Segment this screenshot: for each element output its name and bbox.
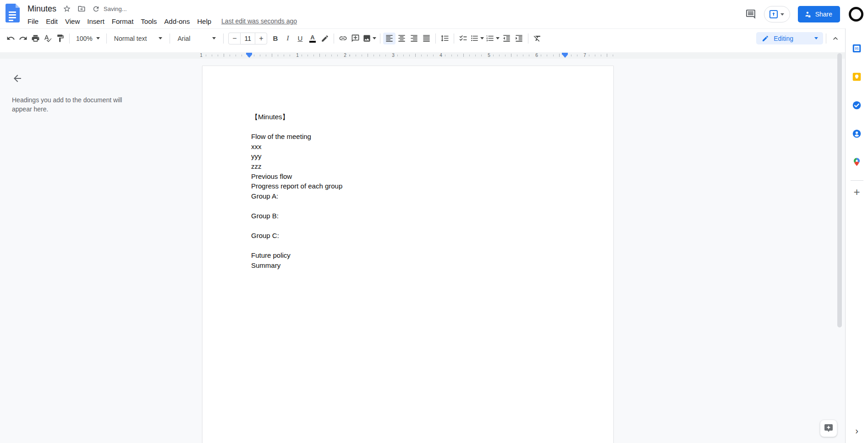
doc-line: Flow of the meeting — [251, 132, 572, 142]
text-color-swatch — [309, 41, 316, 43]
image-caret — [373, 37, 376, 39]
zoom-value: 100% — [76, 35, 93, 42]
doc-line — [251, 241, 572, 251]
close-outline-button[interactable] — [9, 72, 21, 84]
get-addons-button[interactable]: + — [851, 186, 863, 198]
zoom-select[interactable]: 100% — [72, 33, 104, 44]
menu-file[interactable]: File — [24, 16, 42, 27]
insert-link-button[interactable] — [337, 33, 349, 44]
bulleted-list-caret — [480, 37, 484, 39]
align-right-button[interactable] — [408, 33, 420, 44]
docs-logo-icon[interactable] — [5, 4, 20, 22]
doc-line: xxx — [251, 142, 572, 152]
editing-pencil-icon — [762, 35, 769, 42]
hide-menus-button[interactable] — [829, 33, 841, 44]
spellcheck-button[interactable] — [42, 33, 54, 44]
svg-text:31: 31 — [855, 46, 858, 50]
ruler-number: 5 — [486, 53, 492, 58]
doc-line: Previous flow — [251, 172, 572, 182]
menu-edit[interactable]: Edit — [42, 16, 61, 27]
outline-hint-text: Headings you add to the document will ap… — [12, 95, 127, 114]
comment-history-icon[interactable] — [745, 9, 756, 20]
undo-button[interactable] — [5, 33, 17, 44]
google-keep-icon[interactable] — [852, 72, 862, 82]
menu-help[interactable]: Help — [193, 16, 215, 27]
header: Minutes Saving... File Edit View Insert … — [0, 0, 868, 28]
expand-side-panel-button[interactable]: › — [846, 425, 868, 437]
align-center-button[interactable] — [396, 33, 408, 44]
docs-logo-fold — [16, 4, 20, 8]
ruler-number: 1 — [198, 53, 204, 58]
menu-view[interactable]: View — [61, 16, 83, 27]
share-button[interactable]: Share — [798, 6, 840, 22]
zoom-caret — [96, 37, 100, 39]
google-tasks-icon[interactable] — [852, 100, 862, 110]
clear-formatting-button[interactable] — [531, 33, 544, 44]
ruler-number: 3 — [390, 53, 396, 58]
doc-line: Future policy — [251, 250, 572, 260]
doc-line: Group C: — [251, 231, 572, 241]
doc-line — [251, 122, 572, 132]
decrease-indent-button[interactable] — [500, 33, 513, 44]
print-button[interactable] — [29, 33, 42, 44]
menu-tools[interactable]: Tools — [137, 16, 160, 27]
move-folder-icon[interactable] — [77, 5, 86, 13]
text-color-button[interactable]: A — [306, 33, 319, 44]
highlight-color-button[interactable] — [319, 33, 331, 44]
explore-button[interactable] — [820, 420, 837, 437]
insert-image-button[interactable] — [362, 33, 377, 44]
redo-button[interactable] — [17, 33, 29, 44]
right-indent-marker[interactable] — [562, 53, 568, 58]
menu-format[interactable]: Format — [108, 16, 137, 27]
document-page[interactable]: 【Minutes】 Flow of the meeting xxx yyy zz… — [202, 66, 614, 443]
doc-title-input[interactable]: Minutes — [27, 4, 56, 14]
doc-line: Group B: — [251, 211, 572, 221]
google-calendar-icon[interactable]: 31 — [852, 44, 862, 53]
upload-button[interactable] — [764, 6, 790, 22]
font-size-input[interactable]: 11 — [240, 33, 255, 44]
menu-addons[interactable]: Add-ons — [160, 16, 193, 27]
increase-indent-button[interactable] — [513, 33, 525, 44]
editing-mode-button[interactable]: Editing — [756, 32, 823, 44]
font-select[interactable]: Arial — [173, 33, 220, 44]
ruler-number: 7 — [582, 53, 588, 58]
back-arrow-icon — [12, 73, 23, 84]
editing-mode-caret — [814, 37, 818, 39]
last-edit-link[interactable]: Last edit was seconds ago — [221, 17, 297, 25]
font-caret — [212, 37, 216, 39]
saving-status: Saving... — [104, 6, 127, 12]
underline-button[interactable]: U — [294, 33, 306, 44]
vertical-scrollbar[interactable] — [837, 53, 842, 327]
numbered-list-button[interactable] — [485, 33, 500, 44]
bold-button[interactable]: B — [269, 33, 281, 44]
font-size-decrease-button[interactable]: − — [229, 33, 240, 44]
account-avatar[interactable] — [849, 7, 863, 22]
star-icon[interactable] — [63, 5, 71, 13]
paint-format-button[interactable] — [54, 33, 66, 44]
ruler-band: 1 1 2 3 4 5 6 7 — [0, 52, 845, 59]
paragraph-style-select[interactable]: Normal text — [110, 33, 167, 44]
justify-button[interactable] — [420, 33, 433, 44]
main-area: 100% Normal text Arial − 11 + — [0, 28, 845, 443]
italic-button[interactable]: I — [281, 33, 294, 44]
left-indent-marker[interactable] — [246, 53, 252, 58]
side-panel-divider — [851, 180, 863, 181]
upload-dropdown-caret — [780, 13, 784, 16]
doc-line — [251, 201, 572, 211]
google-maps-icon[interactable] — [852, 157, 862, 167]
checklist-button[interactable] — [457, 33, 469, 44]
ruler-ticks-major — [200, 54, 615, 57]
font-size-increase-button[interactable]: + — [255, 33, 267, 44]
align-left-button[interactable] — [383, 33, 396, 44]
menu-insert[interactable]: Insert — [83, 16, 108, 27]
add-comment-button[interactable] — [349, 33, 362, 44]
line-spacing-button[interactable] — [439, 33, 451, 44]
share-person-lock-icon — [803, 10, 812, 18]
doc-line: Summary — [251, 260, 572, 271]
ruler-number: 1 — [295, 53, 300, 58]
bulleted-list-button[interactable] — [469, 33, 485, 44]
doc-line: Progress report of each group — [251, 181, 572, 191]
document-text: 【Minutes】 Flow of the meeting xxx yyy zz… — [251, 112, 572, 271]
ruler[interactable]: 1 1 2 3 4 5 6 7 — [0, 50, 845, 59]
google-contacts-icon[interactable] — [852, 129, 862, 138]
